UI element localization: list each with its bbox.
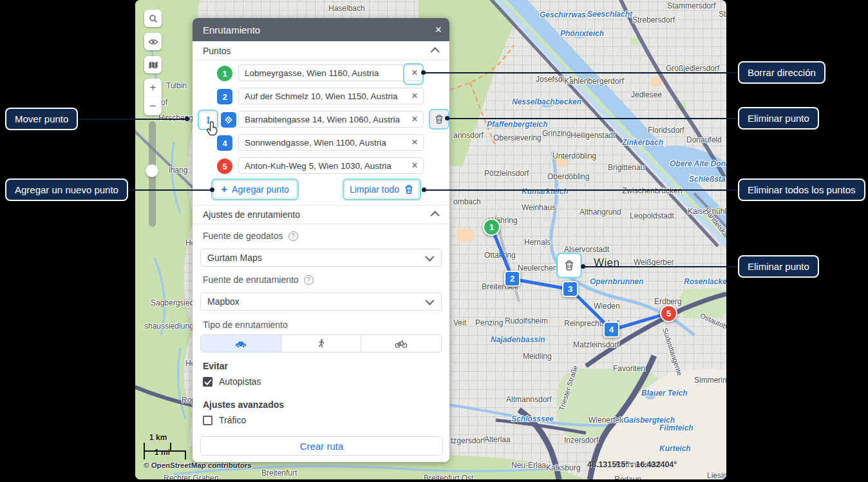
- address-field[interactable]: Lobmeyrgasse, Wien 1160, Austria ×: [238, 64, 424, 81]
- layers-button[interactable]: [144, 56, 162, 73]
- routing-panel: Enrutamiento × Puntos 1 Lobmeyrgasse, Wi…: [193, 18, 449, 462]
- zoom-slider-knob[interactable]: [146, 164, 158, 177]
- address-field[interactable]: Sonnwendgasse, Wien 1100, Austria ×: [238, 134, 424, 151]
- routing-source-value: Mapbox: [207, 296, 426, 307]
- traffic-row: Tráfico: [203, 415, 246, 425]
- section-puntos[interactable]: Puntos: [193, 41, 449, 61]
- clear-address-icon[interactable]: ×: [406, 136, 423, 149]
- map-delete-point-button[interactable]: [558, 254, 581, 277]
- add-point-label: Agregar punto: [232, 184, 289, 195]
- close-icon[interactable]: ×: [435, 24, 442, 35]
- highways-checkbox[interactable]: [203, 377, 212, 387]
- zoom-out-button[interactable]: −: [144, 97, 162, 115]
- eye-icon: [148, 37, 158, 47]
- help-icon[interactable]: ?: [304, 275, 314, 285]
- routing-type-label: Tipo de enrutamiento: [203, 320, 288, 330]
- routing-type-label-row: Tipo de enrutamiento: [203, 320, 288, 330]
- callout-eliminar-punto: Eliminar punto: [738, 107, 819, 130]
- scale-tick: [144, 443, 145, 459]
- scale-km-label: 1 km: [149, 433, 167, 442]
- waypoint-row: 2 Auf der Schmelz 10, Wien 1150, Austria…: [217, 88, 442, 106]
- routing-source-label: Fuente de enrutamiento: [203, 275, 299, 285]
- section-ajustes[interactable]: Ajustes de enrutamiento: [193, 205, 449, 224]
- scale-tick: [170, 443, 171, 451]
- clear-address-icon[interactable]: ×: [406, 159, 423, 172]
- create-route-button[interactable]: Crear ruta: [200, 436, 443, 456]
- traffic-checkbox[interactable]: [203, 416, 212, 425]
- geodata-select[interactable]: Gurtam Maps: [200, 249, 442, 267]
- zoom-in-button[interactable]: +: [144, 79, 162, 97]
- routing-type-bicycle[interactable]: [361, 335, 441, 352]
- callout-dot: [210, 188, 214, 192]
- callout-line-eliminar-todos: [426, 189, 738, 191]
- routing-source-label-row: Fuente de enrutamiento ?: [203, 275, 314, 285]
- address-field[interactable]: Barnabitengasse 14, Wien 1060, Austria ×: [238, 111, 424, 128]
- routing-type-segmented: [200, 334, 442, 352]
- route-marker-3[interactable]: 3: [562, 281, 578, 297]
- callout-agregar-nuevo-punto: Agregar un nuevo punto: [5, 178, 128, 201]
- collapse-icon: [431, 47, 440, 56]
- clear-address-highlight: [403, 63, 424, 85]
- crosshair-diamond-icon: [223, 115, 234, 125]
- route-marker-4[interactable]: 4: [603, 322, 619, 338]
- trash-icon: [404, 184, 414, 195]
- route-marker-2[interactable]: 2: [504, 271, 520, 287]
- create-route-label: Crear ruta: [300, 441, 344, 452]
- route-marker-5[interactable]: 5: [660, 305, 677, 322]
- clear-all-label: Limpiar todo: [350, 184, 399, 195]
- callout-line-borrar: [425, 72, 738, 73]
- address-field[interactable]: Anton-Kuh-Weg 5, Wien 1030, Austria ×: [238, 157, 424, 174]
- address-text: Sonnwendgasse, Wien 1100, Austria: [245, 138, 406, 148]
- waypoint-marker-1: 1: [217, 66, 232, 81]
- map-coordinates: 48.131515° : 16.432404°: [587, 460, 677, 469]
- waypoint-row: 1 Lobmeyrgasse, Wien 1160, Austria ×: [217, 64, 442, 82]
- scale-tick: [185, 450, 186, 459]
- geodata-value: Gurtam Maps: [207, 253, 426, 263]
- minus-icon: −: [150, 100, 156, 113]
- chevron-down-icon: [425, 253, 434, 262]
- callout-line-agregar: [125, 189, 211, 191]
- add-point-button[interactable]: + Agregar punto: [213, 180, 297, 198]
- callout-dot: [185, 117, 189, 121]
- waypoint-row: 4 Sonnwendgasse, Wien 1100, Austria ×: [217, 134, 442, 152]
- waypoint-row-dragging: Barnabitengasse 14, Wien 1060, Austria ×: [198, 111, 446, 129]
- callout-dot: [422, 188, 426, 192]
- map-attribution: © OpenStreetMap contributors: [144, 461, 252, 469]
- address-field[interactable]: Auf der Schmelz 10, Wien 1150, Austria ×: [238, 88, 424, 104]
- panel-title: Enrutamiento: [203, 24, 435, 35]
- callout-line-mover: [72, 119, 186, 120]
- waypoint-row: 5 Anton-Kuh-Weg 5, Wien 1030, Austria ×: [217, 157, 442, 175]
- routing-type-car[interactable]: [201, 335, 281, 352]
- scale-mi-label: 1 mi: [155, 448, 170, 457]
- geodata-label-row: Fuente de geodatos ?: [203, 231, 298, 241]
- zoom-controls[interactable]: + −: [144, 79, 162, 115]
- advanced-title: Ajustes avanzados: [203, 400, 284, 410]
- avoid-highways-row: Autopistas: [203, 376, 261, 387]
- bicycle-icon: [394, 338, 408, 349]
- avoid-title: Evitar: [203, 361, 228, 371]
- clear-all-button[interactable]: Limpiar todo: [344, 180, 419, 198]
- section-puntos-label: Puntos: [203, 46, 231, 56]
- callout-eliminar-punto-mapa: Eliminar punto: [738, 255, 819, 278]
- search-button[interactable]: [144, 10, 162, 27]
- routing-type-pedestrian[interactable]: [281, 335, 361, 352]
- trash-icon: [563, 260, 575, 271]
- address-text: Anton-Kuh-Weg 5, Wien 1030, Austria: [245, 161, 406, 171]
- visibility-button[interactable]: [144, 33, 162, 50]
- trash-icon: [434, 114, 444, 124]
- callout-dot: [445, 116, 449, 120]
- help-icon[interactable]: ?: [288, 231, 298, 241]
- clear-address-icon[interactable]: ×: [406, 90, 423, 102]
- add-point-highlight: + Agregar punto: [211, 178, 299, 200]
- waypoint-marker-2: 2: [217, 89, 232, 104]
- waypoint-marker-3-crosshair: [221, 112, 236, 128]
- callout-eliminar-todos: Eliminar todos los puntos: [738, 178, 865, 201]
- map-delete-point-highlight: [556, 253, 582, 278]
- callout-line-eliminar-punto-mapa: [585, 266, 738, 267]
- routing-source-select[interactable]: Mapbox: [200, 293, 442, 311]
- clear-address-icon[interactable]: ×: [406, 113, 423, 126]
- route-marker-1[interactable]: 1: [483, 218, 500, 236]
- highways-label: Autopistas: [219, 376, 261, 387]
- car-icon: [234, 338, 248, 349]
- address-text: Barnabitengasse 14, Wien 1060, Austria: [245, 115, 406, 124]
